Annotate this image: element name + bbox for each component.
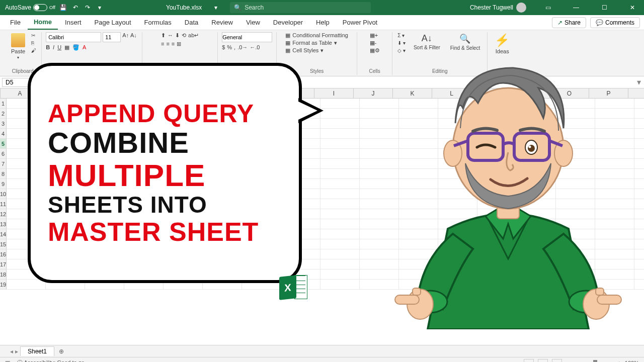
cell[interactable] xyxy=(320,179,360,189)
merge-icon[interactable]: ⊞ xyxy=(177,41,181,47)
number-format-select[interactable] xyxy=(222,32,272,42)
row-header[interactable]: 3 xyxy=(0,119,7,129)
cell[interactable] xyxy=(634,139,644,149)
minimize-icon[interactable]: — xyxy=(565,0,588,15)
cell[interactable] xyxy=(320,219,360,229)
cell[interactable] xyxy=(634,99,644,109)
bold-icon[interactable]: B xyxy=(46,44,50,51)
italic-icon[interactable]: I xyxy=(53,44,54,51)
cell[interactable] xyxy=(634,259,644,269)
comma-icon[interactable]: , xyxy=(234,44,235,50)
underline-icon[interactable]: U xyxy=(57,44,61,51)
align-middle-icon[interactable]: ↔ xyxy=(168,32,173,39)
normal-view-icon[interactable] xyxy=(524,359,534,363)
decrease-decimal-icon[interactable]: ←.0 xyxy=(250,44,260,50)
zoom-in-icon[interactable]: + xyxy=(617,360,620,363)
cell[interactable] xyxy=(320,269,360,280)
cell[interactable] xyxy=(634,280,644,290)
cut-icon[interactable]: ✂ xyxy=(30,32,37,39)
column-header[interactable]: I xyxy=(314,88,354,98)
tab-help[interactable]: Help xyxy=(310,16,336,29)
cell[interactable] xyxy=(320,149,360,159)
user-account[interactable]: Chester Tugwell xyxy=(470,3,531,13)
column-header[interactable]: Q xyxy=(628,88,644,98)
cell[interactable] xyxy=(634,249,644,259)
delete-cells-icon[interactable]: ▦- xyxy=(370,40,377,46)
cell[interactable] xyxy=(320,99,360,109)
align-center-icon[interactable]: ≡ xyxy=(166,41,169,47)
search-box[interactable]: 🔍 Search xyxy=(230,2,371,13)
font-color-icon[interactable]: A xyxy=(83,44,86,51)
cell[interactable] xyxy=(320,280,360,290)
cell[interactable] xyxy=(634,199,644,209)
cell[interactable] xyxy=(634,109,644,119)
orientation-icon[interactable]: ⟲ xyxy=(182,32,186,39)
prev-sheet-icon[interactable]: ◂ xyxy=(10,348,13,355)
row-header[interactable]: 16 xyxy=(0,249,7,259)
cell[interactable] xyxy=(320,189,360,199)
row-header[interactable]: 10 xyxy=(0,189,7,199)
align-bottom-icon[interactable]: ⬇ xyxy=(175,32,180,39)
align-top-icon[interactable]: ⬆ xyxy=(161,32,166,39)
tab-data[interactable]: Data xyxy=(179,16,204,29)
qat-more-icon[interactable]: ▾ xyxy=(96,4,104,12)
cell[interactable] xyxy=(320,239,360,249)
page-break-view-icon[interactable] xyxy=(552,359,562,363)
cell[interactable] xyxy=(320,109,360,119)
cell[interactable] xyxy=(634,229,644,239)
expand-formula-icon[interactable]: ▾ xyxy=(634,77,644,87)
cell[interactable] xyxy=(634,149,644,159)
row-header[interactable]: 6 xyxy=(0,149,7,159)
cell[interactable] xyxy=(320,129,360,139)
cell[interactable] xyxy=(634,219,644,229)
font-family-select[interactable] xyxy=(46,32,101,42)
conditional-formatting-button[interactable]: ▦Conditional Formatting xyxy=(285,32,348,39)
cell[interactable] xyxy=(634,239,644,249)
copy-icon[interactable]: ⎘ xyxy=(30,40,37,46)
maximize-icon[interactable]: ☐ xyxy=(593,0,616,15)
row-header[interactable]: 11 xyxy=(0,199,7,209)
tab-home[interactable]: Home xyxy=(28,15,58,30)
increase-font-icon[interactable]: A↑ xyxy=(122,32,129,42)
tab-formulas[interactable]: Formulas xyxy=(138,16,178,29)
tab-view[interactable]: View xyxy=(240,16,266,29)
row-header[interactable]: 13 xyxy=(0,219,7,229)
paste-button[interactable]: Paste ▾ xyxy=(8,32,28,61)
cell[interactable] xyxy=(634,189,644,199)
row-header[interactable]: 8 xyxy=(0,169,7,179)
row-header[interactable]: 4 xyxy=(0,129,7,139)
tab-page-layout[interactable]: Page Layout xyxy=(89,16,137,29)
row-header[interactable]: 2 xyxy=(0,109,7,119)
row-header[interactable]: 14 xyxy=(0,229,7,239)
cell[interactable] xyxy=(320,199,360,209)
tab-power-pivot[interactable]: Power Pivot xyxy=(337,16,383,29)
tab-file[interactable]: File xyxy=(4,16,27,29)
cell[interactable] xyxy=(634,169,644,179)
save-icon[interactable]: 💾 xyxy=(59,4,67,12)
tab-review[interactable]: Review xyxy=(205,16,239,29)
cell[interactable] xyxy=(320,169,360,179)
comments-button[interactable]: 💬 Comments xyxy=(590,17,640,28)
cell[interactable] xyxy=(320,119,360,129)
border-icon[interactable]: ▦ xyxy=(64,44,69,51)
insert-cells-icon[interactable]: ▦+ xyxy=(370,32,378,39)
currency-icon[interactable]: $ xyxy=(222,44,225,50)
cell[interactable] xyxy=(634,159,644,169)
cell[interactable] xyxy=(634,179,644,189)
row-header[interactable]: 9 xyxy=(0,179,7,189)
sheet-tab-sheet1[interactable]: Sheet1 xyxy=(20,346,54,356)
cell[interactable] xyxy=(634,269,644,280)
close-icon[interactable]: ✕ xyxy=(621,0,644,15)
align-right-icon[interactable]: ≡ xyxy=(172,41,175,47)
page-layout-view-icon[interactable] xyxy=(538,359,548,363)
tab-insert[interactable]: Insert xyxy=(59,16,88,29)
cell[interactable] xyxy=(634,209,644,219)
cell[interactable] xyxy=(634,129,644,139)
record-macro-icon[interactable]: ▣ xyxy=(5,359,10,362)
format-as-table-button[interactable]: ▦Format as Table ▾ xyxy=(285,40,337,46)
cell[interactable] xyxy=(320,259,360,269)
row-header[interactable]: 15 xyxy=(0,239,7,249)
cell[interactable] xyxy=(320,249,360,259)
autosum-icon[interactable]: Σ ▾ xyxy=(396,32,407,39)
cell[interactable] xyxy=(320,139,360,149)
